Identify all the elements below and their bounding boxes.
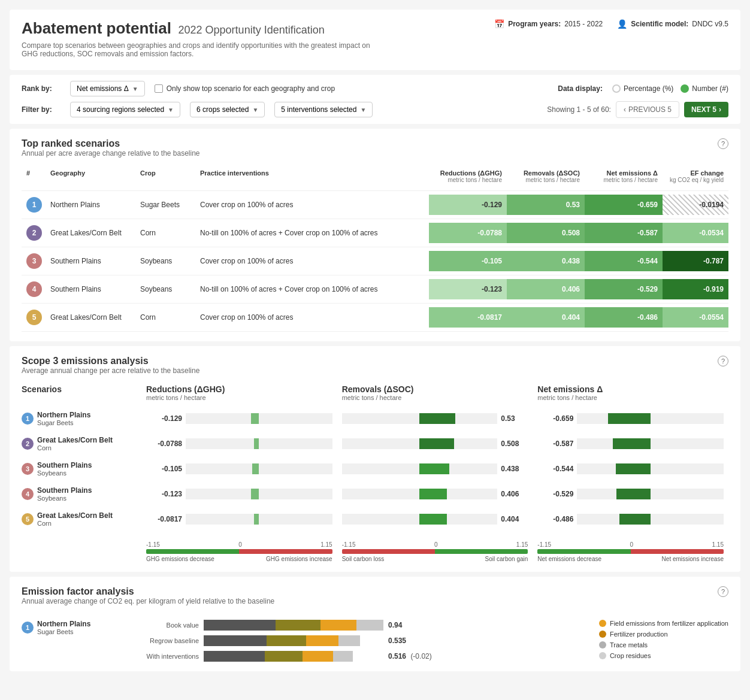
crops-arrow: ▼ — [252, 107, 258, 113]
th-geography: Geography — [46, 167, 135, 186]
scope3-desc: Average annual change per acre relative … — [22, 366, 199, 375]
rank-by-dropdown[interactable]: Net emissions Δ ▼ — [70, 81, 145, 96]
ef-book-value-row: Book value 0.94 — [127, 620, 546, 631]
rank-cell-5: 5 — [22, 304, 46, 331]
previous-button[interactable]: ‹ PREVIOUS 5 — [616, 101, 679, 118]
ef-book-bar — [204, 620, 383, 631]
ef-bars: Book value 0.94 Regrow baseline — [127, 620, 546, 662]
practice-cell-2: No-till on 100% of acres + Cover crop on… — [195, 223, 429, 243]
scope3-col3-header: Removals (ΔSOC) metric tons / hectare — [337, 384, 533, 406]
prev-button-label: PREVIOUS 5 — [628, 105, 672, 114]
removals-cell-2: 0.508 — [507, 223, 585, 243]
table-row: 4 Southern Plains Soybeans No-till on 10… — [22, 275, 728, 304]
scope3-net-bar-4: -0.529 — [533, 481, 728, 507]
scope3-reductions-bar-2: -0.0788 — [141, 431, 337, 456]
sourcing-regions-dropdown[interactable]: 4 sourcing regions selected ▼ — [70, 102, 180, 117]
scope3-reductions-bar-3: -0.105 — [141, 456, 337, 481]
ef-baseline-bar — [204, 635, 383, 646]
showing-text: Showing 1 - 5 of 60: — [547, 105, 611, 114]
ef-title: Emission factor analysis — [22, 586, 274, 597]
number-radio[interactable]: Number (#) — [681, 84, 728, 93]
page-title: Abatement potential — [22, 19, 171, 37]
ef-baseline-label: Regrow baseline — [127, 637, 199, 644]
ef-interventions-delta: (-0.02) — [410, 652, 431, 660]
top-scenario-label: Only show top scenario for each geograph… — [167, 84, 335, 93]
ef-baseline-value: 0.535 — [388, 637, 406, 645]
net-cell-3: -0.544 — [585, 251, 663, 271]
scientific-model-label: Scientific model: — [631, 20, 688, 28]
emission-factor-section: Emission factor analysis Annual average … — [10, 577, 740, 671]
ef-interventions-row: With interventions 0.516 (-0.02) — [127, 651, 546, 662]
ef-scenario-name: Northern Plains — [37, 620, 90, 628]
scope3-rank-badge-2: 2 — [22, 438, 34, 450]
reductions-cell-5: -0.0817 — [429, 307, 507, 328]
top-ranked-help-icon[interactable]: ? — [718, 138, 728, 149]
rank-badge-3: 3 — [26, 253, 42, 269]
rank-by-dropdown-arrow: ▼ — [132, 86, 138, 92]
scope3-reductions-bar-1: -0.129 — [141, 406, 337, 431]
net-cell-5: -0.486 — [585, 307, 663, 328]
legend-dot-3 — [599, 641, 606, 649]
scope3-rank-badge-4: 4 — [22, 488, 34, 500]
crops-value: 6 crops selected — [196, 105, 249, 114]
scientific-model-value: DNDC v9.5 — [692, 20, 728, 28]
crop-cell-4: Soybeans — [135, 279, 195, 299]
filter-by-label: Filter by: — [22, 105, 61, 114]
th-practice: Practice interventions — [195, 167, 429, 186]
data-display-radio-group: Percentage (%) Number (#) — [612, 84, 728, 93]
scientific-model: 👤 Scientific model: DNDC v9.5 — [617, 19, 728, 29]
geography-cell-5: Great Lakes/Corn Belt — [46, 307, 135, 328]
legend-dot-2 — [599, 631, 606, 638]
ef-book-label: Book value — [127, 622, 199, 629]
next-button[interactable]: NEXT 5 › — [684, 102, 728, 117]
rank-badge-5: 5 — [26, 310, 42, 325]
data-display-label: Data display: — [558, 84, 603, 93]
calendar-icon: 📅 — [494, 19, 504, 29]
scope3-col2-header: Reductions (ΔGHG) metric tons / hectare — [141, 384, 337, 406]
program-years: 📅 Program years: 2015 - 2022 — [494, 19, 603, 29]
scope3-axis-2: -1.1501.15 Soil carbon loss Soil carbon … — [337, 541, 533, 562]
prev-arrow-icon: ‹ — [624, 105, 626, 114]
rank-badge-4: 4 — [26, 281, 42, 297]
geography-cell-2: Great Lakes/Corn Belt — [46, 223, 135, 243]
rank-cell-3: 3 — [22, 247, 46, 275]
crop-cell-2: Corn — [135, 223, 195, 243]
rank-cell-2: 2 — [22, 219, 46, 247]
rank-cell-4: 4 — [22, 275, 46, 303]
ef-interventions-value: 0.516 (-0.02) — [388, 652, 432, 660]
page-container: Abatement potential 2022 Opportunity Ide… — [0, 0, 750, 686]
scope3-grid: Scenarios Reductions (ΔGHG) metric tons … — [22, 384, 728, 532]
scope3-net-bar-5: -0.486 — [533, 507, 728, 532]
table-row: 5 Great Lakes/Corn Belt Corn Cover crop … — [22, 304, 728, 332]
legend-label-1: Field emissions from fertilizer applicat… — [610, 620, 728, 627]
scope3-help-icon[interactable]: ? — [718, 356, 728, 366]
ef-interventions-label: With interventions — [127, 653, 199, 660]
interventions-dropdown[interactable]: 5 interventions selected ▼ — [274, 102, 373, 117]
top-scenario-checkbox-label[interactable]: Only show top scenario for each geograph… — [155, 84, 335, 93]
rank-by-value: Net emissions Δ — [77, 84, 129, 93]
legend-item-2: Fertilizer production — [599, 631, 728, 638]
ef-help-icon[interactable]: ? — [718, 586, 728, 597]
scope3-scenario-4: 4 Southern Plains Soybeans — [22, 481, 141, 507]
scope3-axis-1: -1.1501.15 GHG emissions decrease GHG em… — [141, 541, 337, 562]
rank-cell-1: 1 — [22, 191, 46, 219]
scope3-reductions-bar-5: -0.0817 — [141, 507, 337, 532]
removals-cell-1: 0.53 — [507, 195, 585, 215]
model-icon: 👤 — [617, 19, 627, 29]
scope3-crop-2: Corn — [37, 444, 113, 451]
scope3-name-3: Southern Plains — [37, 461, 92, 469]
reductions-cell-3: -0.105 — [429, 251, 507, 271]
ef-scenario-label: 1 Northern Plains Sugar Beets — [22, 620, 117, 635]
top-scenario-checkbox[interactable] — [155, 84, 163, 93]
top-ranked-title: Top ranked scenarios — [22, 138, 200, 149]
table-row: 1 Northern Plains Sugar Beets Cover crop… — [22, 191, 728, 219]
scope3-scenario-1: 1 Northern Plains Sugar Beets — [22, 406, 141, 431]
reductions-cell-2: -0.0788 — [429, 223, 507, 243]
number-radio-circle — [681, 84, 689, 93]
crops-dropdown[interactable]: 6 crops selected ▼ — [190, 102, 265, 117]
legend-dot-1 — [599, 620, 606, 627]
scope3-name-1: Northern Plains — [37, 411, 90, 419]
ef-legend: Field emissions from fertilizer applicat… — [599, 620, 728, 659]
percentage-radio[interactable]: Percentage (%) — [612, 84, 673, 93]
program-years-value: 2015 - 2022 — [564, 20, 603, 28]
